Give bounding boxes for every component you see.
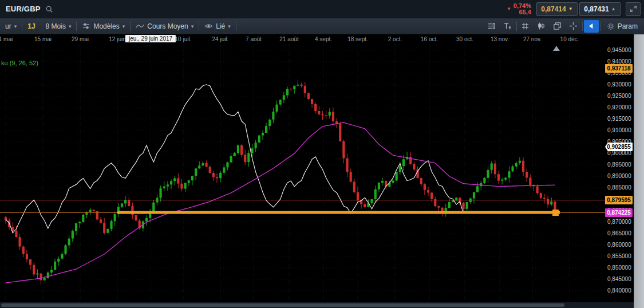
- text-tool-icon[interactable]: [500, 20, 515, 33]
- range-label: 8 Mois: [46, 22, 66, 30]
- x-axis-label: 15 mai: [34, 36, 52, 42]
- x-axis-label: 10 déc.: [560, 36, 579, 42]
- linked-label: Lié: [216, 22, 225, 30]
- change-percent: 0,74%: [513, 3, 531, 9]
- chart-toolbar: ur ▾ 1J 8 Mois ▾ Modèles ▾ Cours Moyen ▾: [0, 18, 644, 34]
- models-dropdown[interactable]: Modèles ▾: [77, 18, 130, 34]
- y-axis-label: 0,945000: [607, 47, 631, 53]
- buy-price: 0,87431: [584, 5, 609, 13]
- candlestick-type-icon[interactable]: [534, 20, 549, 33]
- x-axis-label: 29 mai: [72, 36, 89, 42]
- x-axis-label: 21 août: [279, 36, 298, 42]
- chart-area: 1 mai15 mai29 mai12 juin10 juil.24 juil.…: [0, 34, 644, 308]
- y-axis-label: 0,895000: [607, 161, 631, 168]
- separator: [582, 22, 583, 31]
- y-axis-label: 0,855000: [607, 253, 631, 259]
- price-tag: 0,879595: [605, 196, 633, 204]
- down-triangle-icon: ▼: [507, 7, 511, 11]
- y-axis-label: 0,865000: [607, 230, 631, 236]
- sell-arrow-down-icon: ▼: [568, 7, 573, 11]
- x-axis-label: 18 sept.: [347, 36, 368, 42]
- moving-average-icon: [136, 22, 144, 30]
- x-axis-label: 12 juin: [109, 36, 125, 42]
- expand-icon: [630, 5, 637, 13]
- chevron-down-icon: ▾: [14, 23, 17, 29]
- buy-arrow-up-icon: ▲: [611, 7, 616, 11]
- y-axis-label: 0,910000: [607, 127, 631, 133]
- moving-average-dropdown[interactable]: Cours Moyen ▾: [131, 18, 199, 34]
- price-axis[interactable]: 0,9450000,9400000,9350000,9300000,925000…: [605, 34, 634, 302]
- price-change: ▼ 0,74% 65,4: [507, 3, 531, 15]
- sell-button[interactable]: 0,87414 ▼: [536, 2, 578, 16]
- y-axis-label: 0,920000: [607, 104, 631, 110]
- x-axis-label: 13 nov.: [491, 36, 509, 42]
- y-axis-label: 0,915000: [607, 116, 631, 122]
- price-tag: 0,937118: [605, 64, 633, 73]
- linked-dropdown[interactable]: Lié ▾: [199, 18, 236, 34]
- x-axis-label: 7 août: [246, 36, 262, 42]
- ichimoku-indicator-label: ku (9, 26, 52): [1, 60, 38, 66]
- y-axis-label: 0,860000: [607, 242, 631, 248]
- x-axis-label: 30 oct.: [456, 36, 473, 42]
- moving-average-line: [6, 123, 555, 283]
- sell-price: 0,87414: [541, 5, 566, 13]
- buy-button[interactable]: 0,87431 ▲: [579, 2, 621, 16]
- range-dropdown[interactable]: 8 Mois ▾: [41, 18, 77, 34]
- expand-button[interactable]: [626, 2, 641, 16]
- moving-average-label: Cours Moyen: [147, 22, 188, 30]
- chevron-down-icon: ▾: [191, 23, 194, 29]
- x-axis-label: 10 juil.: [175, 36, 192, 42]
- settings-button[interactable]: Param: [602, 18, 643, 34]
- support-band: [117, 211, 560, 214]
- y-axis-label: 0,850000: [607, 264, 631, 271]
- color-dropdown-label: ur: [5, 22, 11, 30]
- chevron-down-icon: ▾: [69, 23, 72, 29]
- y-axis-label: 0,885000: [607, 184, 631, 191]
- timeframe-button[interactable]: 1J: [22, 18, 40, 34]
- models-label: Modèles: [93, 22, 119, 30]
- x-axis-label: 27 nov.: [523, 36, 542, 42]
- settings-label: Param: [618, 22, 638, 30]
- candles-layer: [5, 80, 556, 285]
- separator: [516, 22, 517, 31]
- band-end-marker: [552, 210, 559, 216]
- x-axis-label: 4 sept.: [315, 36, 332, 42]
- scrollbar-handle[interactable]: [1, 303, 564, 307]
- gear-icon: [607, 22, 615, 30]
- scroll-position-marker: [553, 46, 560, 51]
- top-bar: EUR/GBP ▼ 0,74% 65,4 0,87414 ▼ 0,87431 ▲: [0, 0, 644, 18]
- instrument-title: EUR/GBP: [6, 5, 41, 13]
- x-axis-label: 1 mai: [0, 36, 13, 42]
- x-axis-label: 2 oct.: [388, 36, 402, 42]
- timeframe-label: 1J: [27, 22, 35, 30]
- crosshair-date-tooltip: jeu., 29 juin 2017: [125, 35, 176, 42]
- price-tag: 0,874225: [605, 208, 633, 217]
- eye-icon: [204, 22, 213, 30]
- chevron-down-icon: ▾: [228, 23, 231, 29]
- separator: [600, 22, 600, 31]
- color-dropdown-cut[interactable]: ur ▾: [0, 18, 22, 34]
- pointer-tool-icon[interactable]: [584, 20, 599, 33]
- horizontal-scrollbar[interactable]: [0, 302, 634, 308]
- y-axis-label: 0,845000: [607, 276, 631, 282]
- grid-icon[interactable]: [518, 20, 533, 33]
- y-axis-label: 0,890000: [607, 173, 631, 179]
- chart-layout-icon[interactable]: [484, 20, 499, 33]
- layers-icon[interactable]: [550, 20, 565, 33]
- y-axis-label: 0,930000: [607, 81, 631, 88]
- y-axis-label: 0,925000: [607, 93, 631, 99]
- crosshair-icon[interactable]: [566, 20, 581, 33]
- y-axis-label: 0,870000: [607, 219, 631, 225]
- models-icon: [82, 22, 90, 30]
- y-axis-label: 0,840000: [607, 287, 631, 294]
- right-panel-strip[interactable]: [634, 34, 644, 308]
- chevron-down-icon: ▾: [123, 23, 125, 29]
- search-icon[interactable]: [45, 5, 53, 13]
- x-axis-label: 16 oct.: [421, 36, 438, 42]
- chart-canvas[interactable]: [0, 34, 605, 302]
- x-axis-label: 24 juil.: [212, 36, 229, 42]
- separator: [236, 22, 236, 31]
- price-tag: 0,902855: [605, 143, 633, 151]
- change-points: 65,4: [519, 9, 531, 15]
